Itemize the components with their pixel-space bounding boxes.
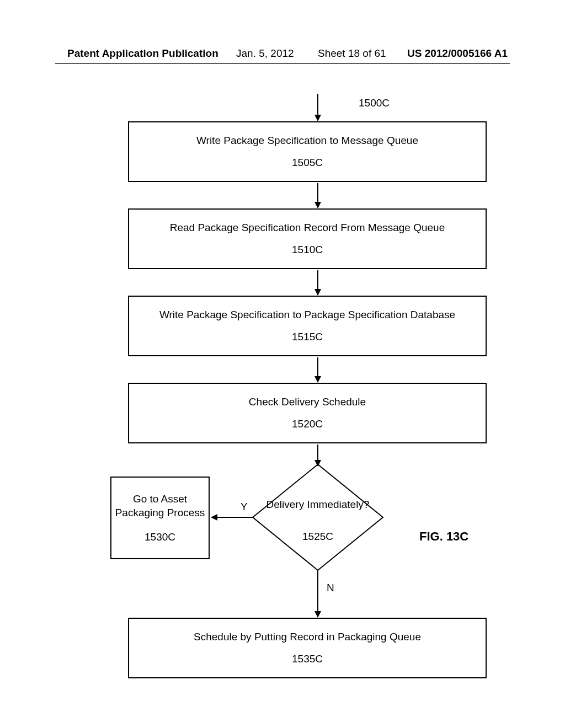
- svg-marker-10: [253, 464, 383, 570]
- step-ref: 1505C: [292, 156, 323, 170]
- svg-marker-3: [315, 202, 321, 208]
- svg-marker-5: [315, 289, 321, 296]
- publication-type: Patent Application Publication: [67, 47, 218, 60]
- branch-yes-label: Y: [241, 501, 248, 513]
- step-title: Schedule by Putting Record in Packaging …: [194, 630, 421, 644]
- figure-reference: 1500C: [359, 97, 390, 109]
- decision-title: Delivery Immediately?: [266, 499, 370, 510]
- step-ref: 1510C: [292, 243, 323, 257]
- header-rule: [55, 63, 510, 64]
- step-check-schedule: Check Delivery Schedule 1520C: [128, 383, 487, 443]
- step-ref: 1515C: [292, 330, 323, 344]
- arrow-entry: [312, 94, 323, 121]
- svg-marker-14: [315, 611, 321, 618]
- step-title: Read Package Specification Record From M…: [170, 221, 445, 235]
- branch-no-label: N: [327, 582, 334, 594]
- step-schedule-queue: Schedule by Putting Record in Packaging …: [128, 618, 487, 678]
- publication-date: Jan. 5, 2012: [236, 47, 294, 60]
- step-title: Check Delivery Schedule: [249, 395, 366, 409]
- step-ref: 1520C: [292, 417, 323, 431]
- svg-marker-7: [315, 376, 321, 383]
- decision-ref: 1525C: [302, 531, 333, 542]
- svg-marker-1: [315, 115, 321, 121]
- sheet-number: Sheet 18 of 61: [318, 47, 386, 60]
- page: Patent Application Publication Jan. 5, 2…: [0, 0, 565, 728]
- step-asset-packaging: Go to Asset Packaging Process 1530C: [110, 477, 210, 559]
- figure-label: FIG. 13C: [419, 529, 468, 544]
- arrow-1505-1510: [312, 183, 323, 208]
- arrow-1525-yes: [210, 512, 254, 523]
- step-write-db: Write Package Specification to Package S…: [128, 296, 487, 356]
- decision-delivery-immediately: Delivery Immediately? 1525C: [252, 463, 384, 571]
- step-ref: 1535C: [292, 652, 323, 666]
- step-read-msg-queue: Read Package Specification Record From M…: [128, 208, 487, 269]
- arrow-1510-1515: [312, 270, 323, 296]
- arrow-1515-1520: [312, 357, 323, 383]
- svg-marker-12: [211, 514, 217, 521]
- step-ref: 1530C: [145, 530, 175, 544]
- step-title: Go to Asset Packaging Process: [114, 492, 206, 520]
- step-title: Write Package Specification to Package S…: [159, 308, 455, 322]
- step-write-msg-queue: Write Package Specification to Message Q…: [128, 121, 487, 182]
- arrow-1525-no: [312, 570, 323, 618]
- step-title: Write Package Specification to Message Q…: [196, 133, 418, 148]
- publication-number: US 2012/0005166 A1: [407, 47, 508, 60]
